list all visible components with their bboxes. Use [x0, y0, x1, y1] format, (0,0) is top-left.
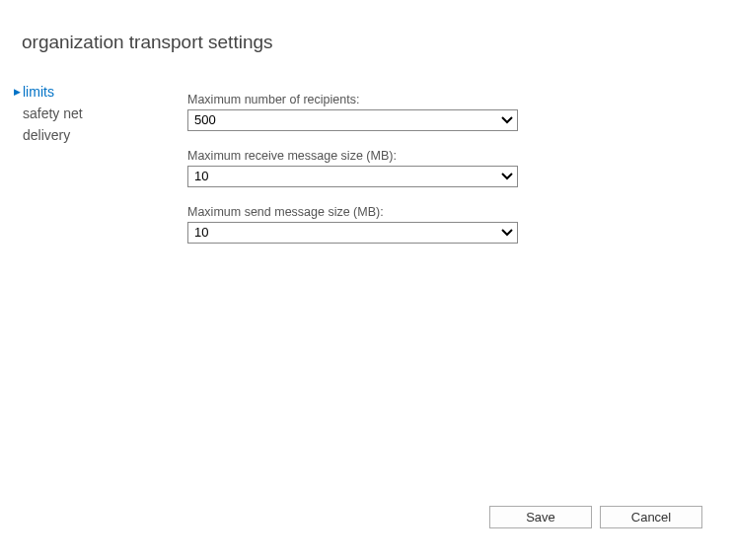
sidebar-item-limits[interactable]: ▶ limits [14, 81, 187, 103]
save-button[interactable]: Save [489, 506, 592, 528]
receive-size-label: Maximum receive message size (MB): [187, 149, 695, 163]
page-title: organization transport settings [0, 0, 734, 53]
button-bar: Save Cancel [489, 506, 702, 528]
cancel-button[interactable]: Cancel [600, 506, 702, 528]
sidebar-item-label: delivery [22, 127, 70, 143]
send-size-value: 10 [188, 223, 497, 243]
form-group-recipients: Maximum number of recipients: 500 [187, 93, 695, 131]
recipients-select[interactable]: 500 [187, 109, 518, 131]
receive-size-value: 10 [188, 167, 497, 186]
recipients-label: Maximum number of recipients: [187, 93, 695, 106]
send-size-select[interactable]: 10 [187, 222, 518, 244]
sidebar-item-label: limits [22, 84, 54, 100]
sidebar-item-safety-net[interactable]: ▶ safety net [14, 103, 187, 124]
recipients-value: 500 [188, 110, 497, 130]
caret-right-icon: ▶ [14, 87, 22, 97]
content-area: ▶ limits ▶ safety net ▶ delivery Maximum… [0, 81, 734, 261]
receive-size-select[interactable]: 10 [187, 166, 518, 187]
sidebar: ▶ limits ▶ safety net ▶ delivery [0, 81, 187, 261]
main-panel: Maximum number of recipients: 500 Maximu… [187, 81, 734, 261]
chevron-down-icon [497, 223, 517, 243]
chevron-down-icon [497, 110, 517, 130]
chevron-down-icon [497, 167, 517, 186]
form-group-receive-size: Maximum receive message size (MB): 10 [187, 149, 695, 187]
sidebar-item-delivery[interactable]: ▶ delivery [14, 124, 187, 146]
form-group-send-size: Maximum send message size (MB): 10 [187, 205, 695, 244]
sidebar-item-label: safety net [22, 105, 83, 121]
send-size-label: Maximum send message size (MB): [187, 205, 695, 219]
